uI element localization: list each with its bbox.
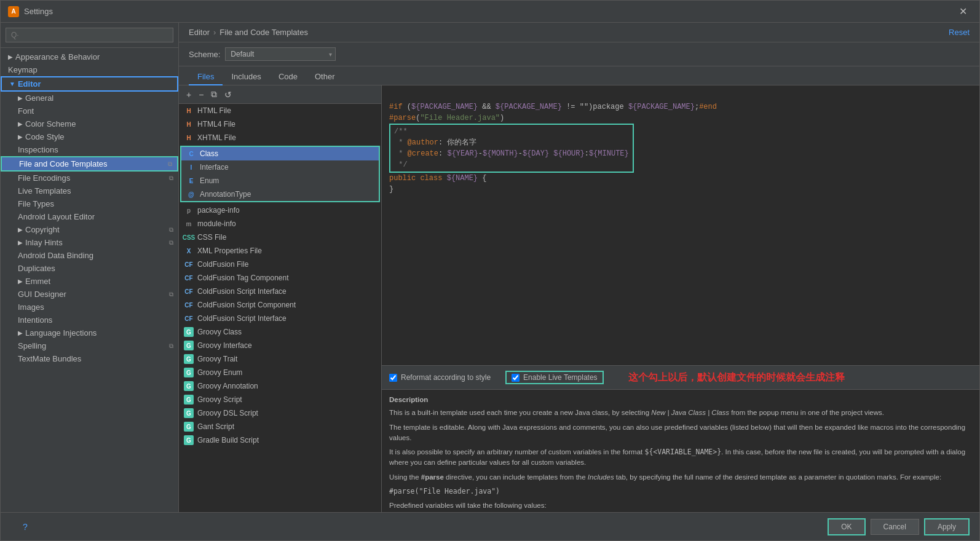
sidebar-item-emmet[interactable]: ▶ Emmet (1, 275, 178, 288)
tab-files[interactable]: Files (189, 69, 223, 85)
file-item-interface[interactable]: I Interface (181, 160, 379, 174)
search-input[interactable] (6, 28, 173, 42)
file-item-css[interactable]: CSS CSS File (179, 231, 381, 244)
sidebar-item-android-databinding[interactable]: Android Data Binding (1, 249, 178, 262)
file-item-html4[interactable]: H HTML4 File (179, 117, 381, 131)
java-interface-icon: I (186, 162, 196, 172)
sidebar-item-appearance[interactable]: ▶ Appearance & Behavior (1, 50, 178, 63)
sidebar-item-textmate[interactable]: TextMate Bundles (1, 352, 178, 365)
sidebar-item-code-style[interactable]: ▶ Code Style (1, 130, 178, 143)
sidebar-item-label: Emmet (25, 277, 50, 286)
sidebar-item-general[interactable]: ▶ General (1, 92, 178, 105)
main-header: Editor › File and Code Templates Reset (179, 23, 979, 42)
sidebar-item-file-encodings[interactable]: File Encodings ⧉ (1, 172, 178, 184)
sidebar-item-duplicates[interactable]: Duplicates (1, 262, 178, 275)
file-item-groovy-enum[interactable]: G Groovy Enum (179, 366, 381, 379)
add-template-button[interactable]: + (184, 89, 194, 101)
copy-icon: ⧉ (169, 239, 173, 247)
sidebar-item-gui-designer[interactable]: GUI Designer ⧉ (1, 288, 178, 301)
groovy-dsl-icon: G (184, 408, 194, 418)
apply-button[interactable]: Apply (924, 518, 970, 535)
code-editor[interactable]: #if (${PACKAGE_NAME} && ${PACKAGE_NAME} … (382, 85, 979, 365)
expand-arrow: ▶ (18, 330, 23, 336)
sidebar-item-label: Editor (18, 79, 41, 89)
file-item-gant[interactable]: G Gant Script (179, 420, 381, 433)
file-item-groovy-class[interactable]: G Groovy Class (179, 325, 381, 339)
file-item-cf-script-interface[interactable]: CF ColdFusion Script Interface (179, 285, 381, 298)
scheme-select[interactable]: Default (225, 47, 336, 61)
breadcrumb-separator: › (213, 28, 216, 37)
code-editor-panel: #if (${PACKAGE_NAME} && ${PACKAGE_NAME} … (382, 85, 979, 512)
file-item-name: Groovy DSL Script (197, 409, 258, 417)
sidebar-item-inlay-hints[interactable]: ▶ Inlay Hints ⧉ (1, 236, 178, 249)
revert-template-button[interactable]: ↺ (222, 89, 234, 101)
file-item-groovy-script[interactable]: G Groovy Script (179, 393, 381, 406)
copy-template-button[interactable]: ⧉ (208, 88, 219, 101)
file-item-groovy-annotation[interactable]: G Groovy Annotation (179, 379, 381, 393)
sidebar-item-file-templates[interactable]: File and Code Templates ⧉ (1, 156, 178, 172)
ok-button[interactable]: OK (828, 518, 865, 535)
cancel-button[interactable]: Cancel (871, 519, 919, 535)
main-content: ▶ Appearance & Behavior Keymap ▼ Editor … (1, 23, 979, 512)
sidebar-item-spelling[interactable]: Spelling ⧉ (1, 339, 178, 352)
file-item-module-info[interactable]: m module-info (179, 217, 381, 231)
file-item-name: ColdFusion Script Component (197, 301, 296, 309)
reformat-checkbox-label[interactable]: Reformat according to style (389, 373, 491, 382)
help-button[interactable]: ? (10, 519, 40, 535)
file-item-enum[interactable]: E Enum (181, 174, 379, 188)
file-item-groovy-trait[interactable]: G Groovy Trait (179, 352, 381, 366)
sidebar-item-live-templates[interactable]: Live Templates (1, 184, 178, 197)
file-item-cf-tag-component[interactable]: CF ColdFusion Tag Component (179, 271, 381, 285)
sidebar-item-editor[interactable]: ▼ Editor (1, 76, 178, 92)
live-templates-checkbox[interactable] (512, 374, 520, 382)
file-item-package-info[interactable]: p package-info (179, 203, 381, 217)
tab-includes[interactable]: Includes (223, 69, 269, 85)
gant-script-icon: G (184, 422, 194, 432)
xml-file-icon: X (184, 246, 194, 256)
sidebar-item-keymap[interactable]: Keymap (1, 63, 178, 76)
sidebar-item-language-injections[interactable]: ▶ Language Injections (1, 326, 178, 339)
tab-other[interactable]: Other (306, 69, 344, 85)
file-item-name: Class (200, 149, 218, 158)
html4-file-icon: H (184, 119, 194, 129)
sidebar-item-android-layout[interactable]: Android Layout Editor (1, 210, 178, 223)
sidebar-item-font[interactable]: Font (1, 105, 178, 117)
sidebar-item-copyright[interactable]: ▶ Copyright ⧉ (1, 223, 178, 236)
sidebar-item-images[interactable]: Images (1, 301, 178, 314)
sidebar-item-label: Appearance & Behavior (15, 52, 100, 61)
sidebar-item-inspections[interactable]: Inspections (1, 143, 178, 156)
sidebar-item-color-scheme[interactable]: ▶ Color Scheme (1, 117, 178, 130)
file-item-name: HTML File (197, 106, 231, 115)
sidebar-item-file-types[interactable]: File Types (1, 197, 178, 210)
file-item-groovy-dsl[interactable]: G Groovy DSL Script (179, 406, 381, 420)
file-item-annotation[interactable]: @ AnnotationType (181, 188, 379, 201)
file-item-name: ColdFusion Script Interface (197, 287, 286, 296)
file-item-name: module-info (197, 219, 236, 228)
file-item-groovy-interface[interactable]: G Groovy Interface (179, 339, 381, 352)
file-item-xhtml[interactable]: H XHTML File (179, 131, 381, 144)
remove-template-button[interactable]: − (196, 89, 206, 101)
file-item-class[interactable]: C Class (181, 147, 379, 160)
sidebar-item-intentions[interactable]: Intentions (1, 314, 178, 326)
sidebar-item-label: Inlay Hints (25, 238, 63, 247)
copy-icon: ⧉ (169, 226, 173, 234)
description-para4: Using the #parse directive, you can incl… (389, 472, 972, 483)
file-item-cf-script-component[interactable]: CF ColdFusion Script Component (179, 298, 381, 312)
sidebar-item-label: Android Data Binding (18, 251, 93, 260)
file-item-html[interactable]: H HTML File (179, 104, 381, 117)
file-item-gradle[interactable]: G Gradle Build Script (179, 433, 381, 447)
java-enum-icon: E (186, 176, 196, 186)
close-button[interactable]: ✕ (954, 3, 972, 20)
file-item-xml-properties[interactable]: X XML Properties File (179, 244, 381, 258)
reset-button[interactable]: Reset (949, 28, 970, 37)
copy-icon: ⧉ (169, 342, 173, 350)
sidebar-item-label: Copyright (25, 225, 60, 234)
gradle-script-icon: G (184, 435, 194, 445)
live-templates-checkbox-label[interactable]: Enable Live Templates (512, 373, 598, 382)
reformat-checkbox[interactable] (389, 374, 397, 382)
sidebar-item-label: GUI Designer (18, 290, 66, 299)
file-item-cf-script-iface2[interactable]: CF ColdFusion Script Interface (179, 312, 381, 325)
tab-code[interactable]: Code (270, 69, 306, 85)
file-item-coldfusion[interactable]: CF ColdFusion File (179, 258, 381, 271)
file-item-name: package-info (197, 206, 240, 215)
